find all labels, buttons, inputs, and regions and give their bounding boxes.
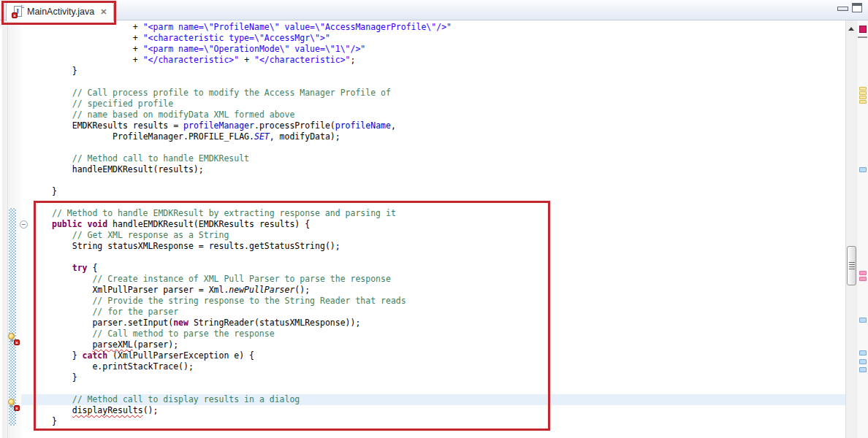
overview-marker-blue[interactable] <box>859 318 867 323</box>
ruler-divider <box>7 20 8 438</box>
code-line[interactable]: + "<parm name=\"ProfileName\" value=\"Ac… <box>21 22 845 33</box>
code-line[interactable] <box>21 142 845 153</box>
maximize-icon[interactable] <box>852 3 862 12</box>
overview-marker-yellow[interactable] <box>859 91 867 95</box>
java-file-icon: J x <box>12 6 23 18</box>
error-decorator-icon: x <box>12 12 18 18</box>
error-badge-icon: x <box>14 405 20 411</box>
code-line[interactable]: } <box>21 66 845 77</box>
overview-marker-blue[interactable] <box>859 367 867 372</box>
minimize-icon[interactable] <box>837 7 848 11</box>
code-line[interactable]: public void handleEMDKResult(EMDKResults… <box>21 219 845 230</box>
quickfix-lightbulb-error-icon[interactable]: x <box>7 399 20 411</box>
changed-lines-indicator-bar <box>9 208 16 426</box>
code-line[interactable]: } catch (XmlPullParserException e) { <box>21 350 845 361</box>
collapse-fold-icon[interactable]: − <box>20 220 28 228</box>
code-line[interactable]: parseXML(parser); <box>21 339 845 350</box>
code-line[interactable]: try { <box>21 263 845 274</box>
scroll-up-arrow-icon[interactable] <box>848 27 854 31</box>
code-line[interactable]: // Provide the string response to the St… <box>21 296 845 307</box>
code-line[interactable]: // Get XML response as a String <box>21 230 845 241</box>
code-line[interactable]: handleEMDKResult(results); <box>21 164 845 175</box>
code-line[interactable] <box>21 197 845 208</box>
tab-mainactivity-java[interactable]: J x MainActivity.java ✕ <box>6 1 114 21</box>
code-line[interactable] <box>21 383 845 394</box>
overview-marker-pink[interactable] <box>859 271 867 275</box>
code-editor[interactable]: + "<parm name=\"ProfileName\" value=\"Ac… <box>21 22 845 427</box>
scrollbar-grip <box>849 262 855 270</box>
tab-title: MainActivity.java <box>27 7 94 17</box>
code-line[interactable] <box>21 175 845 186</box>
overview-marker-blue[interactable] <box>859 167 867 172</box>
overview-marker-blue[interactable] <box>859 350 867 356</box>
eclipse-editor-window: J x MainActivity.java ✕ − x x + "<parm n… <box>0 0 868 438</box>
code-line[interactable]: String statusXMLResponse = results.getSt… <box>21 241 845 252</box>
overview-marker-yellow[interactable] <box>859 100 867 104</box>
code-line[interactable]: + "</characteristic>" + "</characteristi… <box>21 55 845 66</box>
code-line[interactable] <box>21 252 845 263</box>
overview-marker-pink[interactable] <box>859 277 867 281</box>
overview-error-indicator[interactable] <box>859 26 867 33</box>
editor-tab-bar: J x MainActivity.java ✕ <box>0 0 868 20</box>
code-line[interactable]: + "<parm name=\"OperationMode\" value=\"… <box>21 44 845 55</box>
overview-marker-blue[interactable] <box>859 359 867 364</box>
code-line-current[interactable]: // Method call to display results in a d… <box>21 394 845 405</box>
overview-marker-yellow[interactable] <box>859 87 867 91</box>
code-line[interactable] <box>21 77 845 88</box>
code-line[interactable]: displayResults(); <box>21 405 845 416</box>
code-line[interactable]: // Create instance of XML Pull Parser to… <box>21 274 845 285</box>
code-line[interactable]: e.printStackTrace(); <box>21 361 845 372</box>
code-line[interactable]: // Call method to parse the response <box>21 328 845 339</box>
code-line[interactable]: + "<characteristic type=\"AccessMgr\">" <box>21 33 845 44</box>
code-line[interactable]: } <box>21 416 845 427</box>
code-line[interactable]: // specified profile <box>21 99 845 110</box>
code-line[interactable]: EMDKResults results = profileManager.pro… <box>21 120 845 131</box>
overview-ruler[interactable] <box>856 20 868 438</box>
close-icon[interactable]: ✕ <box>100 7 107 17</box>
error-badge-icon: x <box>14 339 20 345</box>
scrollbar-thumb[interactable] <box>847 246 856 285</box>
code-line[interactable]: ProfileManager.PROFILE_FLAG.SET, modifyD… <box>21 131 845 142</box>
code-line[interactable]: // for the parser <box>21 307 845 318</box>
code-line[interactable]: } <box>21 186 845 197</box>
code-line[interactable]: // name based on modifyData XML formed a… <box>21 110 845 120</box>
code-line[interactable]: XmlPullParser parser = Xml.newPullParser… <box>21 285 845 296</box>
code-line[interactable]: } <box>21 372 845 383</box>
overview-marker-yellow[interactable] <box>859 96 867 99</box>
code-line[interactable]: parser.setInput(new StringReader(statusX… <box>21 318 845 328</box>
vertical-scrollbar[interactable] <box>845 20 856 438</box>
quickfix-lightbulb-error-icon[interactable]: x <box>7 333 20 345</box>
code-line[interactable]: // Method to handle EMDKResult by extrac… <box>21 208 845 219</box>
code-editor-area: − x x + "<parm name=\"ProfileName\" valu… <box>0 20 845 438</box>
overview-ruler-separator <box>858 36 867 38</box>
code-line[interactable]: // Call process profile to modify the Ac… <box>21 88 845 99</box>
code-line[interactable]: // Method call to handle EMDKResult <box>21 153 845 164</box>
